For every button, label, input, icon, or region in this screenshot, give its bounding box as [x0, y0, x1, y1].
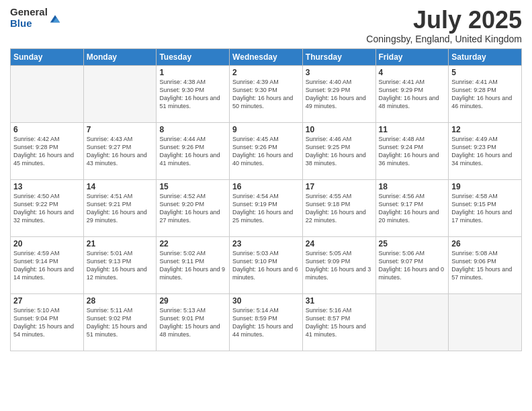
table-row: 26Sunrise: 5:08 AM Sunset: 9:06 PM Dayli… — [449, 236, 522, 293]
table-row: 12Sunrise: 4:49 AM Sunset: 9:23 PM Dayli… — [449, 122, 522, 179]
table-row: 5Sunrise: 4:41 AM Sunset: 9:28 PM Daylig… — [449, 65, 522, 122]
day-number: 17 — [306, 182, 373, 191]
day-info: Sunrise: 5:13 AM Sunset: 9:01 PM Dayligh… — [159, 306, 226, 339]
table-row: 23Sunrise: 5:03 AM Sunset: 9:10 PM Dayli… — [230, 236, 303, 293]
day-number: 4 — [379, 68, 446, 77]
table-row: 22Sunrise: 5:02 AM Sunset: 9:11 PM Dayli… — [157, 236, 230, 293]
logo-blue-text: Blue — [10, 18, 48, 30]
day-info: Sunrise: 4:44 AM Sunset: 9:26 PM Dayligh… — [159, 135, 226, 168]
col-friday: Friday — [375, 48, 449, 65]
day-info: Sunrise: 4:41 AM Sunset: 9:29 PM Dayligh… — [379, 78, 446, 111]
table-row: 1Sunrise: 4:38 AM Sunset: 9:30 PM Daylig… — [157, 65, 230, 122]
col-saturday: Saturday — [449, 48, 522, 65]
day-info: Sunrise: 5:08 AM Sunset: 9:06 PM Dayligh… — [451, 249, 519, 282]
day-number: 15 — [159, 182, 226, 191]
table-row: 19Sunrise: 4:58 AM Sunset: 9:15 PM Dayli… — [449, 179, 522, 236]
day-info: Sunrise: 4:45 AM Sunset: 9:26 PM Dayligh… — [232, 135, 300, 168]
table-row: 9Sunrise: 4:45 AM Sunset: 9:26 PM Daylig… — [230, 122, 303, 179]
table-row: 14Sunrise: 4:51 AM Sunset: 9:21 PM Dayli… — [83, 179, 157, 236]
day-number: 1 — [159, 68, 226, 77]
day-number: 19 — [451, 182, 519, 191]
table-row: 28Sunrise: 5:11 AM Sunset: 9:02 PM Dayli… — [83, 293, 157, 351]
day-number: 7 — [87, 125, 154, 134]
title-area: July 2025 Coningsby, England, United Kin… — [366, 7, 522, 44]
day-info: Sunrise: 4:55 AM Sunset: 9:18 PM Dayligh… — [306, 192, 373, 225]
day-number: 9 — [232, 125, 300, 134]
table-row: 2Sunrise: 4:39 AM Sunset: 9:30 PM Daylig… — [230, 65, 303, 122]
col-wednesday: Wednesday — [230, 48, 303, 65]
day-number: 25 — [379, 239, 446, 248]
table-row: 16Sunrise: 4:54 AM Sunset: 9:19 PM Dayli… — [230, 179, 303, 236]
table-row: 30Sunrise: 5:14 AM Sunset: 8:59 PM Dayli… — [230, 293, 303, 351]
table-row: 8Sunrise: 4:44 AM Sunset: 9:26 PM Daylig… — [157, 122, 230, 179]
day-info: Sunrise: 5:02 AM Sunset: 9:11 PM Dayligh… — [159, 249, 226, 282]
day-info: Sunrise: 4:49 AM Sunset: 9:23 PM Dayligh… — [451, 135, 519, 168]
day-number: 14 — [87, 182, 154, 191]
calendar-header-row: Sunday Monday Tuesday Wednesday Thursday… — [11, 48, 522, 65]
day-info: Sunrise: 4:50 AM Sunset: 9:22 PM Dayligh… — [13, 192, 81, 225]
day-info: Sunrise: 5:03 AM Sunset: 9:10 PM Dayligh… — [232, 249, 300, 282]
day-info: Sunrise: 5:16 AM Sunset: 8:57 PM Dayligh… — [306, 306, 373, 339]
table-row: 29Sunrise: 5:13 AM Sunset: 9:01 PM Dayli… — [157, 293, 230, 351]
day-number: 20 — [13, 239, 81, 248]
day-info: Sunrise: 5:06 AM Sunset: 9:07 PM Dayligh… — [379, 249, 446, 282]
table-row: 17Sunrise: 4:55 AM Sunset: 9:18 PM Dayli… — [302, 179, 375, 236]
day-info: Sunrise: 5:14 AM Sunset: 8:59 PM Dayligh… — [232, 306, 300, 339]
day-number: 31 — [306, 296, 373, 306]
col-sunday: Sunday — [11, 48, 84, 65]
day-number: 22 — [159, 239, 226, 248]
table-row: 15Sunrise: 4:52 AM Sunset: 9:20 PM Dayli… — [157, 179, 230, 236]
logo: General Blue — [10, 7, 61, 29]
day-number: 24 — [306, 239, 373, 248]
day-number: 21 — [87, 239, 154, 248]
table-row: 24Sunrise: 5:05 AM Sunset: 9:09 PM Dayli… — [302, 236, 375, 293]
day-info: Sunrise: 4:52 AM Sunset: 9:20 PM Dayligh… — [159, 192, 226, 225]
calendar-week-row: 1Sunrise: 4:38 AM Sunset: 9:30 PM Daylig… — [11, 65, 522, 122]
day-info: Sunrise: 4:48 AM Sunset: 9:24 PM Dayligh… — [379, 135, 446, 168]
day-number: 18 — [379, 182, 446, 191]
day-info: Sunrise: 4:38 AM Sunset: 9:30 PM Dayligh… — [159, 78, 226, 111]
day-number: 29 — [159, 296, 226, 306]
location-subtitle: Coningsby, England, United Kingdom — [366, 34, 522, 44]
table-row — [11, 65, 84, 122]
logo-icon — [49, 13, 61, 25]
page: General Blue July 2025 Coningsby, Englan… — [0, 0, 532, 411]
day-info: Sunrise: 5:05 AM Sunset: 9:09 PM Dayligh… — [306, 249, 373, 282]
logo-general-text: General — [10, 7, 48, 18]
table-row: 27Sunrise: 5:10 AM Sunset: 9:04 PM Dayli… — [11, 293, 84, 351]
table-row — [375, 293, 449, 351]
day-number: 2 — [232, 68, 300, 77]
table-row: 21Sunrise: 5:01 AM Sunset: 9:13 PM Dayli… — [83, 236, 157, 293]
day-info: Sunrise: 5:10 AM Sunset: 9:04 PM Dayligh… — [13, 306, 81, 339]
day-info: Sunrise: 4:46 AM Sunset: 9:25 PM Dayligh… — [306, 135, 373, 168]
table-row: 13Sunrise: 4:50 AM Sunset: 9:22 PM Dayli… — [11, 179, 84, 236]
header: General Blue July 2025 Coningsby, Englan… — [10, 7, 522, 44]
day-info: Sunrise: 4:39 AM Sunset: 9:30 PM Dayligh… — [232, 78, 300, 111]
table-row: 4Sunrise: 4:41 AM Sunset: 9:29 PM Daylig… — [375, 65, 449, 122]
table-row — [449, 293, 522, 351]
day-number: 27 — [13, 296, 81, 306]
day-info: Sunrise: 5:01 AM Sunset: 9:13 PM Dayligh… — [87, 249, 154, 282]
table-row: 20Sunrise: 4:59 AM Sunset: 9:14 PM Dayli… — [11, 236, 84, 293]
table-row — [83, 65, 157, 122]
day-number: 30 — [232, 296, 300, 306]
table-row: 10Sunrise: 4:46 AM Sunset: 9:25 PM Dayli… — [302, 122, 375, 179]
calendar-week-row: 20Sunrise: 4:59 AM Sunset: 9:14 PM Dayli… — [11, 236, 522, 293]
calendar-week-row: 6Sunrise: 4:42 AM Sunset: 9:28 PM Daylig… — [11, 122, 522, 179]
day-number: 26 — [451, 239, 519, 248]
table-row: 11Sunrise: 4:48 AM Sunset: 9:24 PM Dayli… — [375, 122, 449, 179]
day-info: Sunrise: 4:42 AM Sunset: 9:28 PM Dayligh… — [13, 135, 81, 168]
col-monday: Monday — [83, 48, 157, 65]
day-info: Sunrise: 4:56 AM Sunset: 9:17 PM Dayligh… — [379, 192, 446, 225]
day-info: Sunrise: 5:11 AM Sunset: 9:02 PM Dayligh… — [87, 306, 154, 339]
day-number: 12 — [451, 125, 519, 134]
calendar-week-row: 27Sunrise: 5:10 AM Sunset: 9:04 PM Dayli… — [11, 293, 522, 351]
month-title: July 2025 — [366, 7, 522, 34]
col-thursday: Thursday — [302, 48, 375, 65]
day-number: 5 — [451, 68, 519, 77]
table-row: 25Sunrise: 5:06 AM Sunset: 9:07 PM Dayli… — [375, 236, 449, 293]
table-row: 18Sunrise: 4:56 AM Sunset: 9:17 PM Dayli… — [375, 179, 449, 236]
day-number: 8 — [159, 125, 226, 134]
day-number: 10 — [306, 125, 373, 134]
col-tuesday: Tuesday — [157, 48, 230, 65]
